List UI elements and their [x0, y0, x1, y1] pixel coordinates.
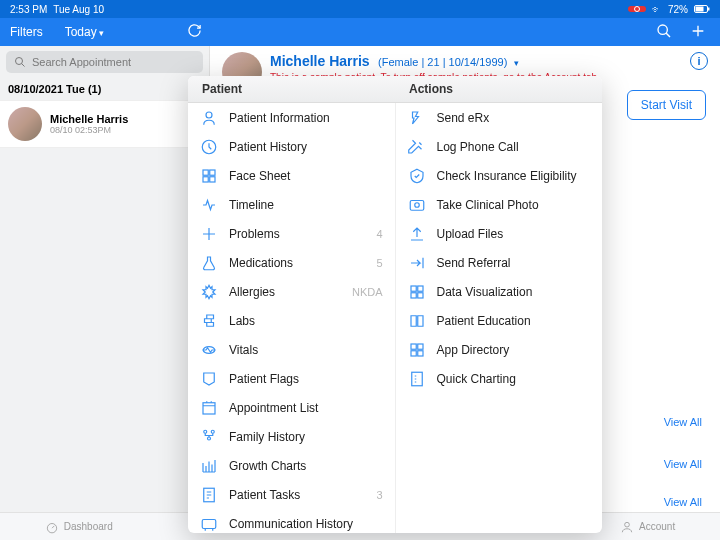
svg-rect-2	[708, 7, 710, 10]
status-bar: 2:53 PM Tue Aug 10 ᯤ 72%	[0, 0, 720, 18]
wifi-icon: ᯤ	[652, 4, 662, 15]
tab-account[interactable]: Account	[620, 520, 675, 534]
menu-icon	[408, 370, 426, 388]
toolbar: Filters Today▾	[0, 18, 720, 46]
menu-label: Problems	[229, 227, 280, 241]
menu-icon	[408, 225, 426, 243]
menu-label: Send eRx	[437, 111, 490, 125]
menu-item[interactable]: AllergiesNKDA	[188, 277, 395, 306]
menu-icon	[200, 428, 218, 446]
svg-point-18	[414, 202, 419, 207]
menu-item[interactable]: Labs	[188, 306, 395, 335]
svg-point-32	[625, 522, 630, 527]
svg-rect-26	[417, 350, 422, 355]
menu-label: Log Phone Call	[437, 140, 519, 154]
menu-item[interactable]: Data Visualization	[396, 277, 603, 306]
menu-badge: 5	[376, 257, 382, 269]
menu-item[interactable]: Family History	[188, 422, 395, 451]
dropdown-col-patient: Patient	[188, 76, 395, 102]
view-all-link[interactable]: View All	[664, 416, 702, 428]
refresh-icon[interactable]	[187, 23, 202, 41]
svg-point-14	[208, 437, 211, 440]
filters-button[interactable]: Filters	[10, 25, 43, 39]
status-time: 2:53 PM	[10, 4, 47, 15]
menu-label: Patient Flags	[229, 372, 299, 386]
svg-rect-20	[417, 286, 422, 291]
menu-item[interactable]: Problems4	[188, 219, 395, 248]
add-icon[interactable]	[690, 23, 706, 42]
menu-icon	[200, 225, 218, 243]
svg-rect-19	[411, 286, 416, 291]
menu-icon	[200, 312, 218, 330]
appointment-row[interactable]: Michelle Harris 08/10 02:53PM Ex	[0, 100, 209, 148]
menu-item[interactable]: Patient Education	[396, 306, 603, 335]
svg-rect-16	[202, 519, 216, 528]
tab-dashboard[interactable]: Dashboard	[45, 520, 113, 534]
svg-rect-10	[210, 176, 215, 181]
appt-time: 08/10 02:53PM	[50, 125, 128, 135]
menu-label: Data Visualization	[437, 285, 533, 299]
menu-item[interactable]: Quick Charting	[396, 364, 603, 393]
menu-item[interactable]: Appointment List	[188, 393, 395, 422]
svg-rect-1	[696, 6, 704, 11]
menu-icon	[200, 457, 218, 475]
svg-point-12	[204, 430, 207, 433]
menu-item[interactable]: Face Sheet	[188, 161, 395, 190]
sidebar: Search Appointment 08/10/2021 Tue (1) Mi…	[0, 46, 210, 512]
svg-rect-27	[411, 372, 422, 386]
menu-label: Labs	[229, 314, 255, 328]
status-date: Tue Aug 10	[53, 4, 104, 15]
menu-item[interactable]: Patient Flags	[188, 364, 395, 393]
menu-label: Upload Files	[437, 227, 504, 241]
search-input[interactable]: Search Appointment	[6, 51, 203, 73]
menu-label: Allergies	[229, 285, 275, 299]
menu-item[interactable]: Upload Files	[396, 219, 603, 248]
menu-item[interactable]: Medications5	[188, 248, 395, 277]
menu-item[interactable]: App Directory	[396, 335, 603, 364]
menu-item[interactable]: Log Phone Call	[396, 132, 603, 161]
menu-icon	[200, 109, 218, 127]
menu-label: Medications	[229, 256, 293, 270]
info-icon[interactable]: i	[690, 52, 708, 70]
menu-icon	[200, 515, 218, 533]
menu-item[interactable]: Check Insurance Eligibility	[396, 161, 603, 190]
menu-label: Patient Tasks	[229, 488, 300, 502]
menu-item[interactable]: Timeline	[188, 190, 395, 219]
battery-icon	[694, 4, 710, 15]
menu-label: Patient Education	[437, 314, 531, 328]
menu-item[interactable]: Growth Charts	[188, 451, 395, 480]
view-all-link[interactable]: View All	[664, 458, 702, 470]
menu-item[interactable]: Send eRx	[396, 103, 603, 132]
menu-icon	[408, 254, 426, 272]
search-icon[interactable]	[656, 23, 672, 42]
svg-rect-11	[203, 402, 215, 413]
today-dropdown[interactable]: Today▾	[65, 25, 104, 39]
view-all-link[interactable]: View All	[664, 496, 702, 508]
menu-label: Family History	[229, 430, 305, 444]
menu-icon	[408, 341, 426, 359]
menu-item[interactable]: Send Referral	[396, 248, 603, 277]
menu-item[interactable]: Vitals	[188, 335, 395, 364]
menu-label: Face Sheet	[229, 169, 290, 183]
menu-icon	[200, 399, 218, 417]
menu-label: Patient Information	[229, 111, 330, 125]
menu-icon	[200, 341, 218, 359]
menu-item[interactable]: Communication History	[188, 509, 395, 533]
avatar	[8, 107, 42, 141]
menu-item[interactable]: Patient Tasks3	[188, 480, 395, 509]
svg-rect-7	[203, 170, 208, 175]
date-header: 08/10/2021 Tue (1)	[0, 78, 209, 100]
patient-menu-dropdown: Patient Actions Patient InformationPatie…	[188, 76, 602, 533]
menu-icon	[200, 486, 218, 504]
menu-icon	[408, 109, 426, 127]
battery-percent: 72%	[668, 4, 688, 15]
menu-icon	[200, 370, 218, 388]
menu-item[interactable]: Take Clinical Photo	[396, 190, 603, 219]
menu-label: Communication History	[229, 517, 353, 531]
menu-item[interactable]: Patient History	[188, 132, 395, 161]
menu-item[interactable]: Patient Information	[188, 103, 395, 132]
patient-name[interactable]: Michelle Harris	[270, 53, 370, 69]
menu-label: Timeline	[229, 198, 274, 212]
svg-rect-22	[417, 292, 422, 297]
start-visit-button[interactable]: Start Visit	[627, 90, 706, 120]
